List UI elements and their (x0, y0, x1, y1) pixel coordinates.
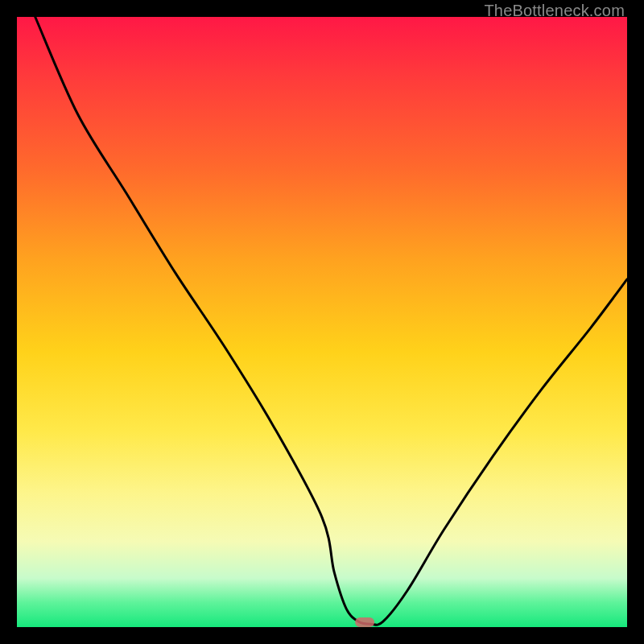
chart-container: TheBottleneck.com (0, 0, 644, 644)
plot-area (17, 17, 627, 627)
min-marker (355, 617, 374, 627)
min-marker-layer (17, 17, 627, 627)
